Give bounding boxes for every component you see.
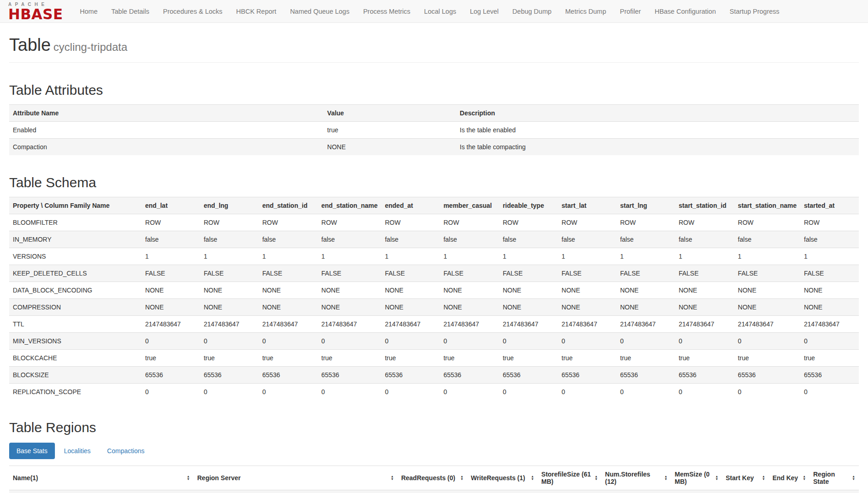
nav-item-local-logs[interactable]: Local Logs <box>417 0 463 22</box>
nav-item-metrics-dump[interactable]: Metrics Dump <box>558 0 613 22</box>
schema-value-cell: false <box>381 231 440 248</box>
regions-header-row: Name(1)▲▼Region Server▲▼ReadRequests (0)… <box>9 466 859 490</box>
schema-value-cell: NONE <box>259 299 318 316</box>
regions-col-label: ReadRequests (0) <box>401 474 455 482</box>
schema-value-cell: 0 <box>381 333 440 350</box>
attribute-cell: Enabled <box>9 122 323 139</box>
schema-value-cell: 2147483647 <box>259 316 318 333</box>
schema-value-cell: 0 <box>200 333 259 350</box>
nav-item-hbase-configuration[interactable]: HBase Configuration <box>648 0 723 22</box>
schema-value-cell: 0 <box>381 384 440 401</box>
regions-col-start-key[interactable]: Start Key▲▼ <box>722 466 769 490</box>
tab-base-stats[interactable]: Base Stats <box>9 443 55 459</box>
schema-family-end-lng: end_lng <box>200 197 259 214</box>
schema-property-cell: BLOOMFILTER <box>9 214 141 231</box>
schema-value-cell: true <box>558 350 616 367</box>
schema-value-cell: 0 <box>558 384 616 401</box>
schema-value-cell: false <box>259 231 318 248</box>
nav-item-named-queue-logs[interactable]: Named Queue Logs <box>283 0 356 22</box>
regions-col-region-state[interactable]: Region State▲▼ <box>809 466 859 490</box>
sort-icon[interactable]: ▲▼ <box>852 475 855 480</box>
region-row: cycling-tripdata,,1719475156245.e95d0a13… <box>9 490 859 493</box>
schema-value-cell: FALSE <box>558 265 616 282</box>
schema-property-cell: COMPRESSION <box>9 299 141 316</box>
regions-col-label: Num.Storefiles (12) <box>605 471 662 485</box>
sort-icon[interactable]: ▲▼ <box>803 475 806 480</box>
regions-col-readrequests-0[interactable]: ReadRequests (0)▲▼ <box>398 466 467 490</box>
schema-value-cell: false <box>675 231 734 248</box>
sort-icon[interactable]: ▲▼ <box>715 475 718 480</box>
schema-value-cell: false <box>440 231 499 248</box>
schema-value-cell: ROW <box>734 214 800 231</box>
nav-item-startup-progress[interactable]: Startup Progress <box>722 0 786 22</box>
schema-value-cell: 0 <box>734 384 800 401</box>
schema-row: BLOCKSIZE6553665536655366553665536655366… <box>9 367 859 384</box>
schema-value-cell: ROW <box>200 214 259 231</box>
regions-col-writerequests-1[interactable]: WriteRequests (1)▲▼ <box>467 466 538 490</box>
table-schema-table: Property \ Column Family Nameend_latend_… <box>9 197 859 400</box>
schema-value-cell: 2147483647 <box>734 316 800 333</box>
sort-icon[interactable]: ▲▼ <box>187 475 190 480</box>
regions-col-memsize-0-mb[interactable]: MemSize (0 MB)▲▼ <box>671 466 722 490</box>
nav-item-profiler[interactable]: Profiler <box>613 0 648 22</box>
sort-icon[interactable]: ▲▼ <box>460 475 464 480</box>
sort-icon[interactable]: ▲▼ <box>762 475 765 480</box>
schema-family-start-lng: start_lng <box>616 197 675 214</box>
regions-col-label: Region State <box>813 471 850 485</box>
nav-item-process-metrics[interactable]: Process Metrics <box>356 0 417 22</box>
schema-value-cell: 0 <box>675 333 734 350</box>
sort-icon[interactable]: ▲▼ <box>594 475 598 480</box>
tab-localities[interactable]: Localities <box>57 443 98 459</box>
regions-col-end-key[interactable]: End Key▲▼ <box>769 466 809 490</box>
regions-col-region-server[interactable]: Region Server▲▼ <box>194 466 398 490</box>
schema-value-cell: NONE <box>800 299 859 316</box>
nav-item-hbck-report[interactable]: HBCK Report <box>229 0 283 22</box>
schema-row: COMPRESSIONNONENONENONENONENONENONENONEN… <box>9 299 859 316</box>
read-requests-cell: 0 <box>398 490 467 493</box>
schema-value-cell: 65536 <box>381 367 440 384</box>
nav-item-procedures-locks[interactable]: Procedures & Locks <box>156 0 229 22</box>
schema-value-cell: true <box>734 350 800 367</box>
schema-value-cell: 1 <box>200 248 259 265</box>
schema-value-cell: 2147483647 <box>616 316 675 333</box>
regions-col-name-1[interactable]: Name(1)▲▼ <box>9 466 194 490</box>
schema-family-ended-at: ended_at <box>381 197 440 214</box>
schema-property-cell: DATA_BLOCK_ENCODING <box>9 282 141 299</box>
schema-value-cell: FALSE <box>734 265 800 282</box>
schema-value-cell: FALSE <box>499 265 558 282</box>
schema-value-cell: NONE <box>800 282 859 299</box>
page-title-text: Table <box>9 35 51 54</box>
attributes-col-description: Description <box>456 105 859 122</box>
schema-value-cell: true <box>440 350 499 367</box>
attributes-heading: Table Attributes <box>9 82 859 98</box>
schema-value-cell: FALSE <box>259 265 318 282</box>
nav-item-table-details[interactable]: Table Details <box>104 0 156 22</box>
schema-value-cell: ROW <box>616 214 675 231</box>
schema-corner-header: Property \ Column Family Name <box>9 197 141 214</box>
attributes-col-value: Value <box>323 105 456 122</box>
attribute-cell: NONE <box>323 139 456 156</box>
schema-value-cell: NONE <box>381 299 440 316</box>
navbar-links: HomeTable DetailsProcedures & LocksHBCK … <box>73 0 787 22</box>
schema-value-cell: true <box>259 350 318 367</box>
schema-value-cell: 1 <box>259 248 318 265</box>
nav-item-home[interactable]: Home <box>73 0 105 22</box>
schema-value-cell: NONE <box>616 299 675 316</box>
hbase-logo[interactable]: APACHE HBASE <box>4 1 68 22</box>
schema-row: TTL2147483647214748364721474836472147483… <box>9 316 859 333</box>
nav-item-log-level[interactable]: Log Level <box>463 0 506 22</box>
regions-col-num-storefiles-12[interactable]: Num.Storefiles (12)▲▼ <box>601 466 671 490</box>
sort-icon[interactable]: ▲▼ <box>391 475 394 480</box>
schema-value-cell: 2147483647 <box>558 316 616 333</box>
schema-row: BLOOMFILTERROWROWROWROWROWROWROWROWROWRO… <box>9 214 859 231</box>
tab-compactions[interactable]: Compactions <box>100 443 152 459</box>
regions-col-storefilesize-61-mb[interactable]: StorefileSize (61 MB)▲▼ <box>538 466 601 490</box>
schema-value-cell: 2147483647 <box>675 316 734 333</box>
nav-item-debug-dump[interactable]: Debug Dump <box>506 0 558 22</box>
schema-value-cell: 2147483647 <box>318 316 381 333</box>
regions-col-label: Name(1) <box>13 474 38 482</box>
regions-col-label: MemSize (0 MB) <box>675 471 713 485</box>
mem-size-cell: 0 MB <box>671 490 722 493</box>
sort-icon[interactable]: ▲▼ <box>664 475 668 480</box>
sort-icon[interactable]: ▲▼ <box>531 475 534 480</box>
